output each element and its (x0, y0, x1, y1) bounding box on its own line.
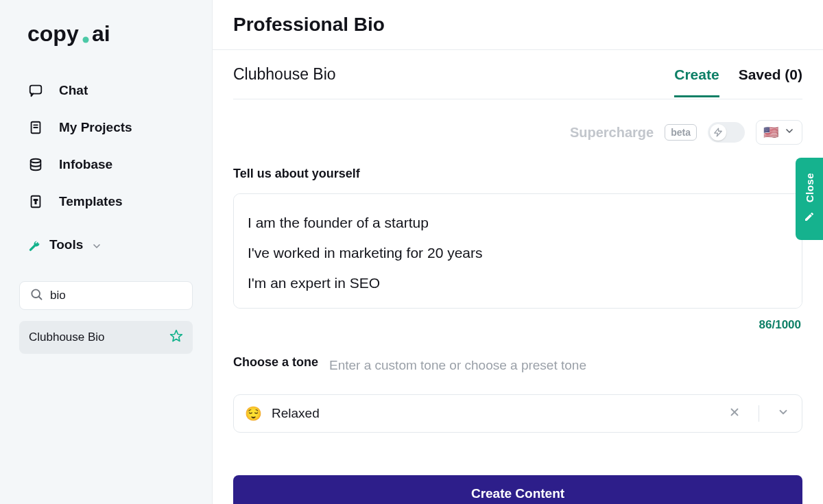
svg-marker-12 (171, 331, 182, 341)
svg-rect-3 (30, 86, 42, 94)
tab-create[interactable]: Create (674, 67, 719, 97)
logo-svg: copy ai (27, 21, 123, 49)
sidebar-item-label: My Projects (59, 120, 132, 135)
about-section: Tell us about yourself 86/1000 (233, 160, 802, 332)
char-counter: 86/1000 (233, 318, 802, 332)
close-label: Close (804, 173, 815, 202)
tab-saved[interactable]: Saved (0) (739, 67, 802, 97)
flag-icon: 🇺🇸 (763, 125, 778, 140)
chevron-down-icon (784, 125, 795, 139)
tools-toggle[interactable]: Tools (12, 224, 200, 272)
template-icon: T (27, 193, 44, 210)
tone-name: Relaxed (272, 406, 715, 421)
tabs: Create Saved (0) (674, 67, 802, 97)
tools-label: Tools (49, 237, 83, 252)
pencil-icon (804, 211, 815, 225)
divider (759, 405, 759, 422)
sidebar: copy ai Chat My Projects (0, 0, 213, 504)
sidebar-nav: Chat My Projects Infobase T Templates (12, 75, 200, 217)
page-title: Professional Bio (233, 14, 802, 36)
sidebar-item-chat[interactable]: Chat (12, 75, 200, 106)
bolt-icon (710, 124, 726, 141)
chat-icon (27, 82, 44, 99)
search-input[interactable] (50, 289, 182, 302)
chevron-down-icon[interactable] (773, 403, 794, 424)
search-result-label: Clubhouse Bio (29, 331, 105, 344)
wrench-icon (27, 239, 41, 256)
chevron-down-icon (91, 241, 102, 254)
svg-line-11 (39, 297, 42, 300)
sidebar-item-label: Infobase (59, 157, 112, 172)
search-result-item[interactable]: Clubhouse Bio (19, 321, 193, 354)
sidebar-item-infobase[interactable]: Infobase (12, 149, 200, 180)
controls-row: Supercharge beta 🇺🇸 (233, 99, 802, 160)
svg-marker-13 (715, 128, 722, 136)
svg-point-7 (31, 159, 41, 163)
document-icon (27, 119, 44, 136)
svg-text:ai: ai (92, 21, 110, 46)
sidebar-item-label: Chat (59, 83, 88, 98)
svg-text:copy: copy (27, 21, 79, 46)
sidebar-item-projects[interactable]: My Projects (12, 112, 200, 143)
tone-section: Choose a tone Enter a custom tone or cho… (233, 348, 802, 433)
svg-point-1 (83, 37, 89, 43)
clear-icon[interactable] (724, 403, 745, 424)
page-header: Professional Bio (213, 0, 823, 50)
tone-label: Choose a tone (233, 355, 318, 370)
form: Tell us about yourself 86/1000 Choose a … (233, 160, 802, 504)
supercharge-label: Supercharge (570, 125, 654, 141)
main: Professional Bio Clubhouse Bio Create Sa… (213, 0, 823, 504)
close-panel-tab[interactable]: Close (796, 158, 823, 240)
tone-emoji: 😌 (245, 405, 262, 422)
svg-text:T: T (34, 199, 37, 205)
beta-badge: beta (665, 124, 697, 141)
supercharge-toggle[interactable] (708, 122, 745, 143)
star-icon[interactable] (169, 329, 183, 346)
tabs-row: Clubhouse Bio Create Saved (0) (233, 50, 802, 99)
about-label: Tell us about yourself (233, 167, 360, 181)
sidebar-item-templates[interactable]: T Templates (12, 187, 200, 217)
search-box[interactable] (19, 281, 193, 310)
tone-hint: Enter a custom tone or choose a preset t… (329, 358, 586, 373)
sidebar-item-label: Templates (59, 194, 123, 209)
breadcrumb: Clubhouse Bio (233, 65, 336, 99)
search-icon (29, 287, 43, 304)
database-icon (27, 156, 44, 173)
language-selector[interactable]: 🇺🇸 (756, 120, 802, 145)
create-content-button[interactable]: Create Content (233, 475, 802, 504)
about-textarea[interactable] (233, 193, 802, 309)
logo: copy ai (27, 21, 200, 52)
tone-select[interactable]: 😌 Relaxed (233, 394, 802, 433)
